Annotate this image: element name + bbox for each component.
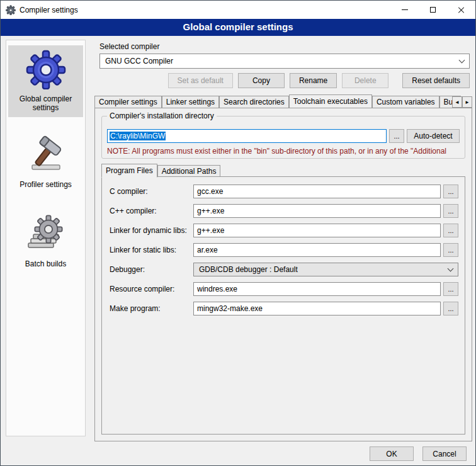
make-program-browse-button[interactable]: ... [443,302,458,315]
cpp-compiler-input[interactable] [193,204,441,218]
c-compiler-input[interactable] [193,185,441,198]
auto-detect-button[interactable]: Auto-detect [407,129,460,143]
debugger-select[interactable]: GDB/CDB debugger : Default [193,263,458,276]
window-title: Compiler settings [20,6,78,14]
install-dir-browse-button[interactable]: ... [389,129,404,143]
static-linker-input[interactable] [193,243,441,257]
toolchain-executables-panel: Compiler's installation directory C:\ray… [94,108,472,441]
arrow-left-icon: ◄ [455,99,460,105]
field-label: Debugger: [110,265,193,274]
page-title: Global compiler settings [1,19,475,36]
sidebar-item-batch-builds[interactable]: Batch builds [8,210,83,273]
field-label: C++ compiler: [110,207,193,215]
form-row-cpp-compiler: C++ compiler: ... [110,204,458,218]
form-row-debugger: Debugger: GDB/CDB debugger : Default [110,263,458,276]
chevron-down-icon [459,57,465,63]
rename-button[interactable]: Rename [290,73,337,88]
install-dir-input[interactable]: C:\raylib\MinGW [107,129,387,143]
install-dir-selected-text: C:\raylib\MinGW [110,132,166,140]
set-as-default-button: Set as default [168,73,233,88]
form-row-c-compiler: C compiler: ... [110,185,458,198]
sidebar-item-global-compiler-settings[interactable]: Global compiler settings [8,45,83,117]
installation-directory-groupbox: Compiler's installation directory C:\ray… [101,116,465,159]
minimize-icon [402,9,408,10]
resource-compiler-browse-button[interactable]: ... [443,282,458,296]
resource-compiler-input[interactable] [193,282,441,296]
tab-compiler-settings[interactable]: Compiler settings [94,96,162,108]
maximize-button[interactable] [419,1,447,19]
ok-button[interactable]: OK [370,446,414,461]
arrow-right-icon: ► [465,99,470,105]
settings-category-sidebar: Global compiler settings Profiler settin… [6,40,86,436]
window-controls [390,1,475,19]
cpp-compiler-browse-button[interactable]: ... [443,204,458,218]
maximize-icon [430,7,436,13]
gear-gray-icon [26,214,66,254]
toolchain-form: C compiler: ... C++ compiler: ... [110,185,458,321]
tab-scroll-buttons: ◄ ► [452,96,472,108]
tab-custom-variables[interactable]: Custom variables [372,96,439,108]
dynamic-linker-browse-button[interactable]: ... [443,224,458,237]
gear-blue-icon [26,49,66,89]
sidebar-item-label: Profiler settings [9,180,82,189]
field-label: Resource compiler: [110,285,193,293]
reset-defaults-button[interactable]: Reset defaults [402,73,470,88]
field-label: Linker for static libs: [110,246,193,254]
program-files-panel: C compiler: ... C++ compiler: ... [101,176,465,435]
field-label: Linker for dynamic libs: [110,226,193,235]
form-row-make-program: Make program: ... [110,302,458,315]
titlebar: Compiler settings [1,1,475,19]
c-compiler-browse-button[interactable]: ... [443,185,458,198]
close-button[interactable] [447,1,475,19]
selected-compiler-label: Selected compiler [99,42,159,51]
hammer-icon [26,135,66,175]
tab-search-directories[interactable]: Search directories [219,96,289,108]
static-linker-browse-button[interactable]: ... [443,243,458,257]
cancel-button[interactable]: Cancel [422,446,467,461]
compiler-select-value: GNU GCC Compiler [105,57,173,65]
settings-tabbar: Compiler settings Linker settings Search… [94,94,472,108]
compiler-select[interactable]: GNU GCC Compiler [99,54,470,69]
compiler-action-buttons: Set as default Copy Rename Delete Reset … [99,73,470,88]
bin-subdirectory-note: NOTE: All programs must exist either in … [107,147,465,156]
minimize-button[interactable] [390,1,419,19]
copy-button[interactable]: Copy [238,73,285,88]
tab-linker-settings[interactable]: Linker settings [162,96,219,108]
tab-scroll-left-button[interactable]: ◄ [452,96,462,108]
tab-scroll-right-button[interactable]: ► [462,96,472,108]
dynamic-linker-input[interactable] [193,224,441,237]
compiler-settings-dialog: Compiler settings Global compiler settin… [0,0,476,466]
chevron-down-icon [448,265,454,271]
debugger-select-value: GDB/CDB debugger : Default [199,265,298,274]
form-row-static-linker: Linker for static libs: ... [110,243,458,257]
close-icon [458,6,465,13]
sidebar-item-label: Batch builds [9,259,82,268]
make-program-input[interactable] [193,302,441,315]
program-subtabbar: Program Files Additional Paths [101,164,220,177]
field-label: Make program: [110,304,193,313]
sidebar-item-label: Global compiler settings [9,94,82,112]
subtab-additional-paths[interactable]: Additional Paths [157,165,221,177]
subtab-program-files[interactable]: Program Files [101,164,157,178]
installation-directory-label: Compiler's installation directory [107,111,217,120]
field-label: C compiler: [110,187,193,196]
main-panel: Selected compiler GNU GCC Compiler Set a… [94,40,472,441]
tab-toolchain-executables[interactable]: Toolchain executables [289,94,372,108]
form-row-resource-compiler: Resource compiler: ... [110,282,458,296]
sidebar-item-profiler-settings[interactable]: Profiler settings [8,131,83,194]
delete-button: Delete [342,73,388,88]
app-icon [6,5,16,15]
form-row-dynamic-linker: Linker for dynamic libs: ... [110,224,458,237]
